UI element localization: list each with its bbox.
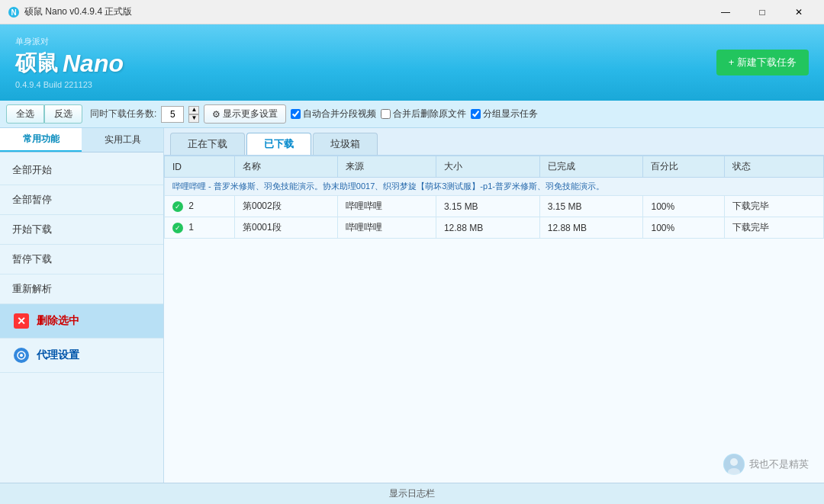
window-controls: — □ ✕ — [708, 2, 816, 23]
spin-up-button[interactable]: ▲ — [188, 106, 199, 114]
row2-status: 下载完毕 — [725, 217, 824, 239]
svg-point-6 — [20, 354, 23, 357]
auto-merge-checkbox[interactable] — [291, 109, 301, 119]
row2-completed: 12.88 MB — [539, 217, 643, 239]
content-area: 正在下载 已下载 垃圾箱 ID 名称 来源 大小 已完成 百分比 — [164, 128, 824, 483]
delete-after-merge-checkbox[interactable] — [381, 109, 391, 119]
invert-button[interactable]: 反选 — [44, 104, 82, 124]
watermark: 我也不是精英 — [723, 454, 809, 475]
spin-down-button[interactable]: ▼ — [188, 114, 199, 123]
sidebar-menu: 全部开始 全部暂停 开始下载 暂停下载 重新解析 ✕ — [0, 152, 163, 483]
sidebar-item-reparse[interactable]: 重新解析 — [0, 274, 163, 304]
col-name: 名称 — [234, 156, 337, 178]
sidebar-item-proxy[interactable]: 代理设置 — [0, 339, 163, 373]
auto-merge-label: 自动合并分段视频 — [303, 108, 376, 120]
row2-percent: 100% — [643, 217, 725, 239]
status-check-icon — [172, 201, 183, 212]
row2-id: 1 — [165, 217, 235, 239]
row1-id: 2 — [165, 196, 235, 217]
content-tabs: 正在下载 已下载 垃圾箱 — [164, 128, 824, 156]
delete-after-merge-checkbox-group[interactable]: 合并后删除原文件 — [381, 108, 466, 120]
tab-trash[interactable]: 垃圾箱 — [313, 133, 378, 155]
col-size: 大小 — [436, 156, 539, 178]
delete-icon: ✕ — [12, 312, 31, 330]
row1-status: 下载完毕 — [725, 196, 824, 217]
reparse-label: 重新解析 — [12, 282, 52, 296]
download-table: ID 名称 来源 大小 已完成 百分比 状态 哔哩哔哩 - 普罗米修斯、羽免技能… — [164, 156, 824, 239]
row1-completed: 3.15 MB — [539, 196, 643, 217]
restore-button[interactable]: □ — [745, 2, 780, 23]
col-id: ID — [165, 156, 235, 178]
concurrent-input[interactable] — [161, 106, 184, 123]
tab-common-functions[interactable]: 常用功能 — [0, 128, 82, 152]
close-button[interactable]: ✕ — [781, 2, 816, 23]
status-bar-label: 显示日志栏 — [389, 487, 435, 500]
row2-size: 12.88 MB — [436, 217, 539, 239]
svg-text:✕: ✕ — [17, 315, 26, 327]
app-title: 硕鼠 Nano v0.4.9.4 正式版 — [24, 5, 708, 18]
more-settings-button[interactable]: ⚙ 显示更多设置 — [204, 104, 286, 124]
app-icon: N — [8, 6, 20, 18]
delete-label: 删除选中 — [37, 314, 79, 328]
main-toolbar: 全选 反选 同时下载任务数: ▲ ▼ ⚙ 显示更多设置 自动合并分段视频 合并后… — [0, 101, 824, 128]
proxy-icon — [12, 346, 31, 364]
select-all-button[interactable]: 全选 — [6, 104, 44, 124]
concurrent-label: 同时下载任务数: — [90, 108, 156, 120]
header-right: + 新建下载任务 — [716, 50, 809, 75]
watermark-text: 我也不是精英 — [749, 457, 809, 471]
group-display-checkbox-group[interactable]: 分组显示任务 — [471, 108, 538, 120]
pause-all-label: 全部暂停 — [12, 193, 52, 207]
table-header-row: ID 名称 来源 大小 已完成 百分比 状态 — [165, 156, 824, 178]
sidebar-item-pause-all[interactable]: 全部暂停 — [0, 185, 163, 215]
watermark-avatar — [723, 454, 745, 475]
function-tabs: 常用功能 实用工具 — [0, 128, 163, 152]
header-banner: 单身派对 硕鼠 Nano 0.4.9.4 Build 221123 + 新建下载… — [0, 24, 824, 101]
col-status: 状态 — [725, 156, 824, 178]
pause-download-label: 暂停下载 — [12, 252, 52, 266]
version-text: 0.4.9.4 Build 221123 — [15, 80, 124, 89]
single-mode-label: 单身派对 — [15, 36, 124, 47]
title-bar: N 硕鼠 Nano v0.4.9.4 正式版 — □ ✕ — [0, 0, 824, 24]
proxy-label: 代理设置 — [37, 348, 79, 362]
row2-name: 第0001段 — [234, 217, 337, 239]
start-all-label: 全部开始 — [12, 163, 52, 177]
col-source: 来源 — [337, 156, 436, 178]
new-task-button[interactable]: + 新建下载任务 — [716, 50, 809, 75]
row1-source: 哔哩哔哩 — [337, 196, 436, 217]
tab-downloaded[interactable]: 已下载 — [246, 133, 311, 155]
group-display-checkbox[interactable] — [471, 109, 481, 119]
table-row[interactable]: 1 第0001段 哔哩哔哩 12.88 MB 12.88 MB 100% 下载完… — [165, 217, 824, 239]
auto-merge-checkbox-group[interactable]: 自动合并分段视频 — [291, 108, 376, 120]
row1-size: 3.15 MB — [436, 196, 539, 217]
row1-percent: 100% — [643, 196, 725, 217]
download-table-wrapper: ID 名称 来源 大小 已完成 百分比 状态 哔哩哔哩 - 普罗米修斯、羽免技能… — [164, 156, 824, 483]
logo-chinese: 硕鼠 — [15, 49, 58, 78]
minimize-button[interactable]: — — [708, 2, 743, 23]
sidebar-item-delete[interactable]: ✕ 删除选中 — [0, 304, 163, 339]
tab-downloading[interactable]: 正在下载 — [170, 133, 245, 155]
sidebar-item-start-download[interactable]: 开始下载 — [0, 215, 163, 245]
svg-point-8 — [730, 458, 738, 466]
status-bar: 显示日志栏 — [0, 483, 824, 504]
info-row: 哔哩哔哩 - 普罗米修斯、羽免技能演示。协末助理0017、织羽梦旋【萌坏3测试服… — [165, 178, 824, 196]
sidebar: 常用功能 实用工具 全部开始 全部暂停 开始下载 暂停下载 重新解析 — [0, 128, 164, 483]
tab-group: 全选 反选 — [6, 104, 82, 124]
status-check-icon — [172, 223, 183, 233]
col-percent: 百分比 — [643, 156, 725, 178]
sidebar-item-start-all[interactable]: 全部开始 — [0, 156, 163, 185]
svg-text:N: N — [11, 8, 16, 17]
table-row[interactable]: 2 第0002段 哔哩哔哩 3.15 MB 3.15 MB 100% 下载完毕 — [165, 196, 824, 217]
info-row-text: 哔哩哔哩 - 普罗米修斯、羽免技能演示。协末助理0017、织羽梦旋【萌坏3测试服… — [165, 178, 824, 196]
row2-source: 哔哩哔哩 — [337, 217, 436, 239]
row1-name: 第0002段 — [234, 196, 337, 217]
col-completed: 已完成 — [539, 156, 643, 178]
group-display-label: 分组显示任务 — [483, 108, 538, 120]
tab-utility-tools[interactable]: 实用工具 — [82, 128, 163, 152]
logo-english: Nano — [63, 50, 124, 78]
sidebar-item-pause-download[interactable]: 暂停下载 — [0, 245, 163, 274]
delete-after-merge-label: 合并后删除原文件 — [393, 108, 466, 120]
logo-main: 硕鼠 Nano — [15, 49, 124, 78]
logo-area: 单身派对 硕鼠 Nano 0.4.9.4 Build 221123 — [15, 36, 124, 89]
start-download-label: 开始下载 — [12, 223, 52, 236]
spinner-buttons: ▲ ▼ — [188, 106, 199, 123]
